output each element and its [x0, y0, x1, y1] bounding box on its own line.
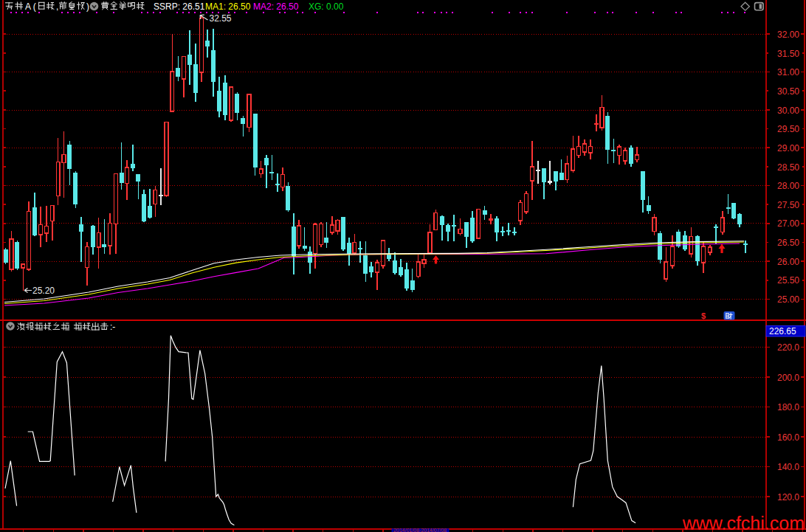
svg-text:27.00: 27.00 [777, 218, 799, 229]
svg-text:120.0: 120.0 [777, 492, 799, 502]
svg-text:MA2: 26.50: MA2: 26.50 [253, 1, 299, 12]
svg-text:180.0: 180.0 [777, 402, 799, 412]
svg-text:28.00: 28.00 [777, 181, 799, 191]
svg-text:25.00: 25.00 [777, 294, 799, 305]
svg-text:31.50: 31.50 [777, 49, 799, 59]
svg-text:): ) [86, 1, 89, 12]
svg-text:29.50: 29.50 [777, 124, 799, 134]
svg-text:,: , [56, 1, 58, 12]
svg-text:$: $ [701, 311, 706, 320]
svg-text:32.00: 32.00 [777, 30, 799, 40]
svg-text:25.20: 25.20 [32, 286, 55, 296]
svg-text:30.00: 30.00 [777, 106, 799, 116]
svg-text:160.0: 160.0 [777, 432, 799, 443]
svg-text::-: :- [110, 322, 115, 332]
svg-text:32.55: 32.55 [210, 13, 232, 24]
svg-text:200.0: 200.0 [777, 373, 799, 383]
svg-text:26.50: 26.50 [777, 238, 799, 248]
svg-text:2014/01/08-2014/07/08: 2014/01/08-2014/07/08 [393, 527, 447, 532]
svg-text:226.65: 226.65 [769, 326, 796, 336]
svg-text:www.cfchi.com: www.cfchi.com [682, 513, 805, 532]
svg-text:31.00: 31.00 [777, 67, 799, 77]
svg-text:27.50: 27.50 [777, 200, 799, 210]
svg-text:220.0: 220.0 [777, 342, 799, 353]
svg-text:A (: A ( [25, 1, 36, 12]
svg-text:140.0: 140.0 [777, 462, 799, 472]
svg-text:26.00: 26.00 [777, 257, 799, 267]
svg-text:SSRP: 26.51: SSRP: 26.51 [154, 1, 205, 12]
svg-text:XG: 0.00: XG: 0.00 [309, 1, 344, 12]
svg-text:30.50: 30.50 [777, 86, 799, 97]
svg-text:29.00: 29.00 [777, 143, 799, 153]
svg-text:25.50: 25.50 [777, 275, 799, 286]
svg-text:MA1: 26.50: MA1: 26.50 [205, 1, 251, 12]
svg-text:28.50: 28.50 [777, 162, 799, 173]
